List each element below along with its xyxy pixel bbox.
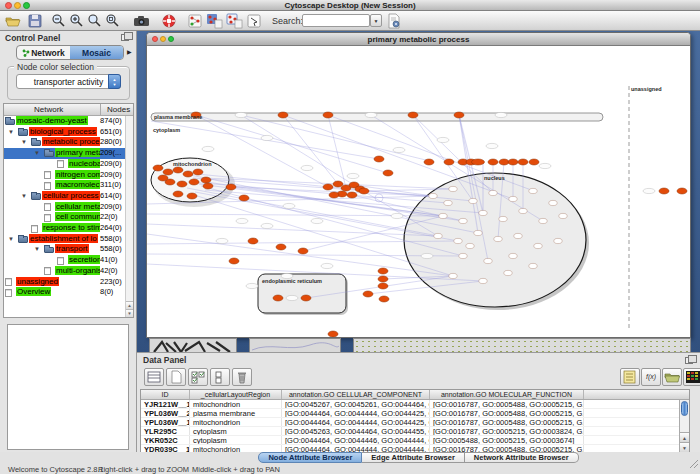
attribute-table-icon[interactable]	[144, 368, 164, 386]
search-dropdown-icon[interactable]: ▼	[370, 14, 382, 27]
heatmap-icon[interactable]	[683, 368, 700, 386]
tab-mosaic-label: Mosaic	[82, 48, 111, 58]
scroll-down-icon[interactable]: ▼	[126, 309, 133, 317]
snapshot-camera-icon[interactable]	[133, 13, 149, 29]
table-row[interactable]: YLR295Ccytoplasm[GO:0045263, GO:0044464,…	[141, 427, 689, 436]
open-session-icon[interactable]	[5, 13, 21, 29]
cytoplasm-label: cytoplasm	[153, 127, 180, 133]
select-attributes-icon[interactable]	[188, 368, 208, 386]
formula-fx-icon[interactable]: f(x)	[641, 368, 661, 386]
tab-mosaic[interactable]: Mosaic	[70, 46, 123, 59]
attribute-browser-tabs: Node Attribute Browser Edge Attribute Br…	[0, 452, 700, 464]
zoom-selected-icon[interactable]	[87, 13, 103, 29]
tree-row[interactable]: macromolecule311(0)	[4, 180, 127, 191]
new-attribute-icon[interactable]	[166, 368, 186, 386]
tab-network[interactable]: Network	[17, 46, 70, 59]
scrollbar-thumb[interactable]	[681, 401, 688, 416]
table-row[interactable]: YKR052Ccytoplasm[GO:0044464, GO:0044446,…	[141, 436, 689, 445]
import-attributes-icon[interactable]	[662, 368, 682, 386]
node-color-dropdown[interactable]: transporter activity ▲▼	[16, 74, 121, 89]
scroll-up-icon[interactable]: ▲	[126, 301, 133, 309]
control-panel-title: Control Panel	[5, 33, 60, 43]
background-frame[interactable]	[353, 338, 691, 352]
tree-row[interactable]: ▼metabolic process280(0)	[4, 137, 127, 148]
tree-row[interactable]: secretion41(0)	[4, 255, 127, 266]
tree-row[interactable]: unassigned223(0)	[4, 277, 127, 288]
zoom-out-icon[interactable]	[51, 13, 67, 29]
table-row[interactable]: YPL036W__2plasma membrane[GO:0044464, GO…	[141, 409, 689, 418]
page-icon	[5, 278, 12, 286]
window-titlebar[interactable]: Cytoscape Desktop (New Session)	[0, 0, 700, 11]
unselect-attributes-icon[interactable]	[210, 368, 230, 386]
col-go-cellular-component[interactable]: annotation.GO CELLULAR_COMPONENT	[282, 390, 430, 399]
expander-icon[interactable]: ▼	[8, 129, 14, 135]
background-frame[interactable]	[249, 338, 341, 352]
search-config-icon[interactable]	[386, 13, 402, 29]
endoplasmic-reticulum-label: endoplasmic reticulum	[262, 278, 322, 284]
tree-row[interactable]: Overview8(0)	[4, 287, 127, 298]
unassigned-label: unassigned	[631, 86, 662, 92]
expander-icon[interactable]: ▼	[34, 246, 40, 252]
expander-icon[interactable]: ▼	[34, 150, 40, 156]
tree-row[interactable]: ▼transport558(0)	[4, 244, 127, 255]
data-panel-title: Data Panel	[143, 355, 186, 365]
tree-row[interactable]: nitrogen compo209(0)	[4, 170, 127, 181]
help-lifering-icon[interactable]	[161, 13, 177, 29]
table-scrollbar[interactable]: ▲ ▼	[679, 400, 689, 452]
expander-icon[interactable]: ▼	[21, 139, 27, 145]
network-ontology-icon[interactable]	[226, 13, 242, 29]
attribute-notes-icon[interactable]	[620, 368, 640, 386]
tree-row-selected[interactable]: ▼primary metabo209(...	[4, 148, 127, 159]
zoom-in-icon[interactable]	[69, 13, 85, 29]
table-row[interactable]: YJR121W__1mitochondrion[GO:0045267, GO:0…	[141, 400, 689, 409]
table-header[interactable]: ID _cellularLayoutRegion annotation.GO C…	[141, 390, 689, 400]
network-annotation-icon[interactable]	[206, 13, 222, 29]
tree-row[interactable]: ▼cellular process614(0)	[4, 191, 127, 202]
expander-icon[interactable]: ▼	[21, 193, 27, 199]
status-pan-hint: Middle-click + drag to PAN	[192, 465, 280, 474]
tree-scrollbar[interactable]: ▲ ▼	[125, 116, 133, 317]
table-row[interactable]: YPL036W__1mitochondrion[GO:0044464, GO:0…	[141, 418, 689, 427]
search-label: Search:	[272, 16, 303, 26]
birdseye-view[interactable]	[7, 324, 129, 450]
tab-node-attribute-browser[interactable]: Node Attribute Browser	[258, 452, 362, 463]
delete-attribute-icon[interactable]	[232, 368, 252, 386]
network-desktop: primary metabolic process	[137, 31, 700, 352]
tab-edge-attribute-browser[interactable]: Edge Attribute Browser	[362, 452, 464, 463]
tree-row[interactable]: cellular metabo209(0)	[4, 202, 127, 213]
dropdown-stepper-icon[interactable]: ▲▼	[108, 74, 121, 89]
col-cellular-layout-region[interactable]: _cellularLayoutRegion	[190, 390, 282, 399]
tree-col-network[interactable]: Network	[34, 105, 63, 114]
col-id[interactable]: ID	[141, 390, 190, 399]
float-panel-icon[interactable]	[121, 34, 129, 41]
resize-grip-icon[interactable]	[690, 455, 699, 473]
search-input[interactable]	[302, 14, 370, 27]
background-frame[interactable]	[149, 338, 237, 352]
col-go-molecular-function[interactable]: annotation.GO MOLECULAR_FUNCTION	[430, 390, 584, 399]
tree-row[interactable]: mosaic-demo-yeast874(0)	[4, 116, 127, 127]
expander-icon[interactable]: ▼	[8, 236, 14, 242]
tree-row[interactable]: cell communicat22(0)	[4, 212, 127, 223]
tree-row[interactable]: response to stimulu264(0)	[4, 223, 127, 234]
save-session-icon[interactable]	[27, 13, 43, 29]
network-frame-titlebar[interactable]: primary metabolic process	[147, 33, 690, 46]
float-panel-icon[interactable]	[685, 357, 693, 364]
scroll-down-icon[interactable]: ▼	[680, 442, 689, 452]
folder-icon	[31, 193, 41, 200]
tab-network-attribute-browser[interactable]: Network Attribute Browser	[465, 452, 579, 463]
network-view-frame[interactable]: primary metabolic process	[146, 32, 691, 338]
dropdown-value: transporter activity	[34, 77, 103, 87]
network-canvas[interactable]: plasma membrane cytoplasm mitochondrion …	[147, 46, 690, 337]
tree-col-nodes[interactable]: Nodes	[107, 105, 130, 114]
tree-row[interactable]: nucleobase-209(0)	[4, 159, 127, 170]
zoom-fit-icon[interactable]	[105, 13, 121, 29]
tree-header[interactable]: Network Nodes	[4, 104, 133, 116]
tree-row[interactable]: ▼establishment of lo558(0)	[4, 234, 127, 245]
tree-row[interactable]: multi-organism pro42(0)	[4, 266, 127, 277]
tree-row[interactable]: ▼biological_process651(0)	[4, 127, 127, 138]
tabs-overflow-icon[interactable]: ▶	[127, 48, 132, 55]
scroll-up-icon[interactable]: ▲	[680, 432, 689, 442]
vizmapper-icon[interactable]	[246, 13, 262, 29]
cytoscape-window: Cytoscape Desktop (New Session) Search:	[0, 0, 700, 474]
network-import-icon[interactable]	[187, 13, 203, 29]
